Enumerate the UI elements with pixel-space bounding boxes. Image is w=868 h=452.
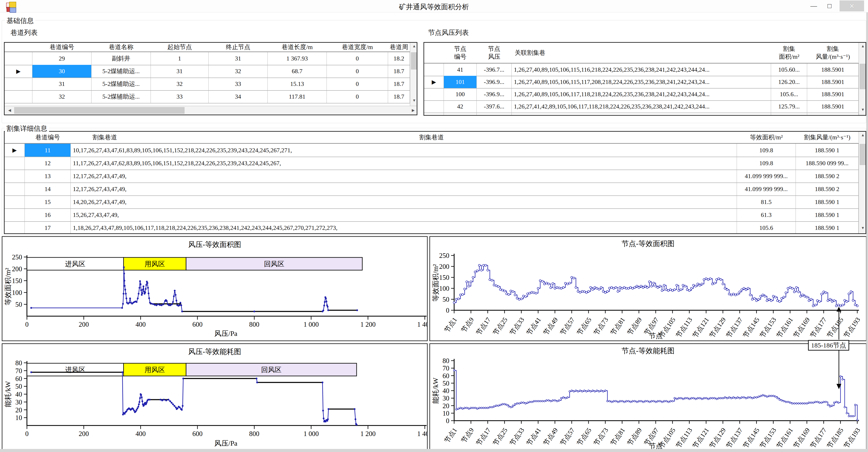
table-cell[interactable]: 17: [25, 221, 71, 234]
tunnel-table[interactable]: 巷道编号巷道名称起始节点终止节点巷道长度/m巷道宽度/m巷道周29副斜井1311…: [4, 42, 417, 115]
row-header[interactable]: ▶: [424, 76, 444, 88]
vertical-scroll-thumb[interactable]: [411, 52, 417, 69]
table-cell[interactable]: 1,26,27,40,89,105,106,117,118,218,224,22…: [512, 88, 771, 100]
table-cell[interactable]: 42: [444, 100, 477, 113]
table-cell[interactable]: 18.7: [388, 78, 410, 90]
row-header[interactable]: [5, 157, 25, 170]
table-cell[interactable]: 109.8: [737, 144, 796, 157]
table-cell[interactable]: 12: [25, 157, 71, 170]
table-cell[interactable]: 30: [32, 65, 91, 78]
table-cell[interactable]: 188.590 1: [796, 221, 859, 234]
table-cell[interactable]: 15: [25, 195, 71, 208]
table-cell[interactable]: 14: [25, 182, 71, 195]
table-cell[interactable]: 16: [25, 208, 71, 221]
table-cell[interactable]: 15.13: [268, 78, 327, 90]
row-header[interactable]: [5, 221, 25, 234]
column-header[interactable]: 巷道长度/m: [268, 43, 327, 52]
table-cell[interactable]: 126.18...: [771, 113, 807, 116]
column-header[interactable]: 节点编号: [444, 43, 477, 63]
table-cell[interactable]: 188.5901: [807, 63, 859, 76]
table-cell[interactable]: 11,17,26,27,43,47,62,83,89,105,106,151,1…: [71, 157, 737, 170]
table-cell[interactable]: 188.5901: [807, 113, 859, 116]
vertical-scroll-thumb[interactable]: [860, 144, 866, 165]
scroll-up-icon[interactable]: ▲: [859, 44, 866, 49]
table-cell[interactable]: 1 367.93: [268, 52, 327, 65]
table-cell[interactable]: 11: [25, 144, 71, 157]
scroll-up-icon[interactable]: ▲: [859, 133, 866, 137]
row-header[interactable]: [5, 208, 25, 221]
table-cell[interactable]: 1,26,27,41,42,89,105,106,117,118,218,224…: [512, 100, 771, 113]
column-header[interactable]: 节点风压: [477, 43, 512, 63]
table-cell[interactable]: 5-2煤辅助运...: [91, 78, 151, 90]
scroll-down-icon[interactable]: ▼: [410, 98, 417, 103]
table-cell[interactable]: 32: [151, 78, 209, 90]
table-cell[interactable]: 32: [209, 65, 268, 78]
table-cell[interactable]: 31: [209, 52, 268, 65]
table-cell[interactable]: 188.590 1: [796, 144, 859, 157]
scroll-right-icon[interactable]: ▶: [410, 106, 416, 115]
table-cell[interactable]: 0: [327, 65, 388, 78]
row-header[interactable]: [5, 182, 25, 195]
table-cell[interactable]: 101: [444, 76, 477, 88]
table-cell[interactable]: 31: [151, 65, 209, 78]
row-header[interactable]: [5, 170, 25, 182]
scroll-up-icon[interactable]: ▲: [410, 44, 417, 49]
table-cell[interactable]: 12,17,26,27,43,47,49,: [71, 170, 737, 182]
cutset-detail-table[interactable]: 巷道编号割集巷道等效面积/m²割集风量/(m³·s⁻¹)割集巷道▶1110,17…: [4, 131, 866, 234]
table-cell[interactable]: 31: [32, 78, 91, 90]
table-cell[interactable]: 5-2煤辅助运...: [91, 65, 151, 78]
row-header[interactable]: [5, 195, 25, 208]
row-header[interactable]: ▶: [5, 144, 25, 157]
row-header[interactable]: [424, 88, 444, 100]
table-cell[interactable]: 125.79...: [771, 100, 807, 113]
scroll-down-icon[interactable]: ▼: [859, 226, 866, 230]
row-header[interactable]: ▶: [5, 65, 32, 78]
table-cell[interactable]: 33: [151, 90, 209, 103]
row-header[interactable]: [424, 113, 444, 116]
row-header[interactable]: [5, 52, 32, 65]
table-cell[interactable]: 105.6: [737, 221, 796, 234]
column-header[interactable]: 巷道周: [388, 43, 410, 52]
row-header[interactable]: [5, 78, 32, 90]
table-cell[interactable]: 100: [444, 88, 477, 100]
table-cell[interactable]: 61.3: [737, 208, 796, 221]
vertical-scrollbar[interactable]: ▲ ▼: [859, 43, 866, 115]
table-cell[interactable]: 0: [327, 78, 388, 90]
table-cell[interactable]: 188.5901: [807, 76, 859, 88]
table-cell[interactable]: -397.6...: [477, 113, 512, 116]
column-header[interactable]: 巷道编号: [32, 43, 91, 52]
table-cell[interactable]: 105.60...: [771, 63, 807, 76]
table-cell[interactable]: 34: [209, 90, 268, 103]
table-cell[interactable]: 68.7: [268, 65, 327, 78]
table-cell[interactable]: 13: [25, 170, 71, 182]
table-cell[interactable]: 41: [444, 63, 477, 76]
column-header[interactable]: 巷道宽度/m: [327, 43, 388, 52]
table-cell[interactable]: 32: [32, 90, 91, 103]
table-cell[interactable]: 188.590 1: [796, 195, 859, 208]
row-header[interactable]: [5, 90, 32, 103]
row-header[interactable]: [424, 100, 444, 113]
table-cell[interactable]: 109.8: [737, 157, 796, 170]
column-header[interactable]: 巷道名称: [91, 43, 151, 52]
table-cell[interactable]: 188.5901: [807, 88, 859, 100]
table-cell[interactable]: 12,17,26,27,43,47,49,: [71, 182, 737, 195]
table-cell[interactable]: 29: [32, 52, 91, 65]
table-cell[interactable]: -396.7...: [477, 63, 512, 76]
column-header[interactable]: 终止节点: [209, 43, 268, 52]
table-cell[interactable]: 1,18,26,27,43,47,89,105,106,117,118,218,…: [71, 221, 737, 234]
table-cell[interactable]: 5-2煤辅助运...: [91, 90, 151, 103]
table-cell[interactable]: 33: [209, 78, 268, 90]
table-cell[interactable]: 188.590 099 99...: [796, 157, 859, 170]
table-cell[interactable]: 14,20,26,27,43,47,49,: [71, 195, 737, 208]
table-cell[interactable]: 41.099 999 999...: [737, 170, 796, 182]
table-cell[interactable]: 188.590 1: [796, 208, 859, 221]
table-cell[interactable]: -397.6...: [477, 100, 512, 113]
close-button[interactable]: ✕: [840, 0, 864, 11]
table-cell[interactable]: 42: [444, 113, 477, 116]
horizontal-scroll-thumb[interactable]: [14, 107, 185, 114]
table-cell[interactable]: 1,26,27,40,89,105,106,115,117,208,218,22…: [512, 76, 771, 88]
table-cell[interactable]: 188.590 2: [796, 170, 859, 182]
table-cell[interactable]: 188.5901: [807, 100, 859, 113]
table-cell[interactable]: 105.6...: [771, 88, 807, 100]
column-header[interactable]: 关联割集巷: [512, 43, 774, 63]
